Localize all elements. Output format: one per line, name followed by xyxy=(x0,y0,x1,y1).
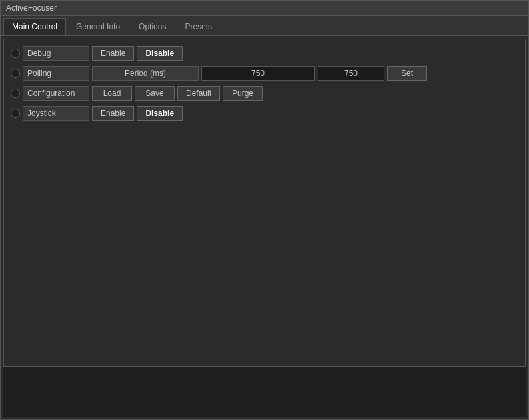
tab-general-info[interactable]: General Info xyxy=(67,18,129,35)
joystick-row: Joystick Enable Disable xyxy=(11,106,518,121)
configuration-row: Configuration Load Save Default Purge xyxy=(11,86,518,101)
bottom-log-area: ..... xyxy=(3,367,526,417)
configuration-save-button[interactable]: Save xyxy=(135,86,175,101)
configuration-indicator xyxy=(11,89,20,98)
debug-indicator xyxy=(11,49,20,58)
content-area: Debug Enable Disable Polling Period (ms)… xyxy=(3,39,526,367)
joystick-indicator xyxy=(11,109,20,118)
debug-row: Debug Enable Disable xyxy=(11,46,518,61)
joystick-disable-button[interactable]: Disable xyxy=(137,106,183,121)
joystick-label: Joystick xyxy=(23,106,89,121)
polling-row: Polling Period (ms) Set xyxy=(11,66,518,81)
polling-label: Polling xyxy=(23,66,89,81)
joystick-enable-button[interactable]: Enable xyxy=(92,106,134,121)
configuration-label: Configuration xyxy=(23,86,89,101)
tab-options[interactable]: Options xyxy=(130,18,175,35)
polling-set-button[interactable]: Set xyxy=(387,66,427,81)
polling-value2-input[interactable] xyxy=(318,66,384,81)
main-window: ActiveFocuser Main Control General Info … xyxy=(0,0,529,420)
configuration-purge-button[interactable]: Purge xyxy=(223,86,263,101)
debug-label: Debug xyxy=(23,46,89,61)
period-label: Period (ms) xyxy=(92,66,199,81)
window-title: ActiveFocuser xyxy=(6,3,57,13)
polling-value-input[interactable] xyxy=(201,66,315,81)
configuration-default-button[interactable]: Default xyxy=(177,86,220,101)
resize-handle[interactable]: ..... xyxy=(257,365,272,371)
configuration-load-button[interactable]: Load xyxy=(92,86,132,101)
tab-presets[interactable]: Presets xyxy=(176,18,221,35)
polling-indicator xyxy=(11,69,20,78)
tab-main-control[interactable]: Main Control xyxy=(3,18,66,35)
title-bar: ActiveFocuser xyxy=(1,1,528,16)
debug-disable-button[interactable]: Disable xyxy=(137,46,183,61)
debug-enable-button[interactable]: Enable xyxy=(92,46,134,61)
tab-bar: Main Control General Info Options Preset… xyxy=(1,16,528,36)
